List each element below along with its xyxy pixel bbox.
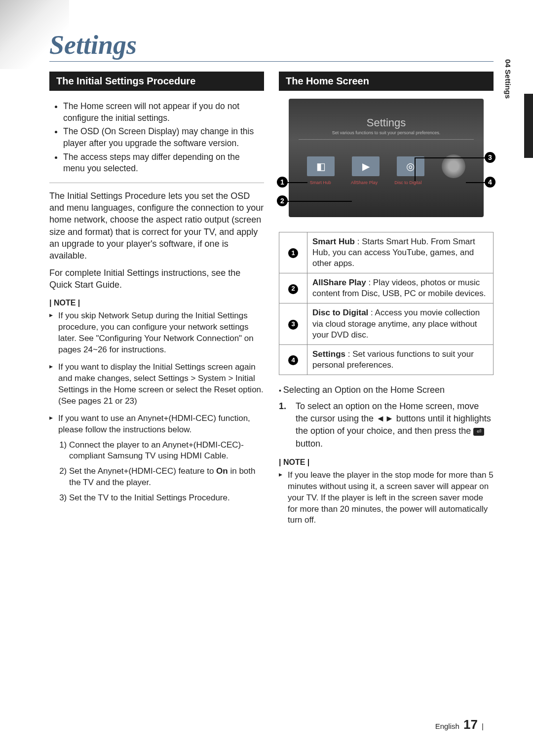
legend-desc: AllShare Play : Play videos, photos or m… xyxy=(307,273,494,303)
screen-divider xyxy=(299,139,474,140)
callout-4: 4 xyxy=(485,177,495,188)
table-row: 4 Settings : Set various functions to su… xyxy=(279,344,494,375)
page-footer: English 17 | xyxy=(435,717,484,732)
heading-home-screen: The Home Screen xyxy=(279,72,494,91)
step-text: To select an option on the Home screen, … xyxy=(296,400,494,450)
legend-num: 4 xyxy=(288,355,298,365)
legend-num: 3 xyxy=(288,320,298,330)
legend-desc: Settings : Set various functions to suit… xyxy=(307,344,494,375)
anynet-step: Set the Anynet+(HDMI-CEC) feature to On … xyxy=(69,466,264,489)
footer-bar: | xyxy=(482,722,484,730)
note-item: If you want to display the Initial Setti… xyxy=(49,362,264,407)
note-item: If you leave the player in the stop mode… xyxy=(279,470,494,527)
home-screen-preview-wrap: Settings Set various functions to suit y… xyxy=(279,99,494,217)
step-number: 1. xyxy=(279,400,289,450)
note-label: | NOTE | xyxy=(279,458,494,467)
table-row: 3 Disc to Digital : Access you movie col… xyxy=(279,303,494,344)
info-box: The Home screen will not appear if you d… xyxy=(49,99,264,183)
table-row: 2 AllShare Play : Play videos, photos or… xyxy=(279,273,494,303)
icon-label: Disc to Digital xyxy=(394,180,422,185)
anynet-step: Connect the player to an Anynet+(HDMI-CE… xyxy=(69,440,264,462)
enter-button-icon: ⏎ xyxy=(473,428,484,436)
footer-page-number: 17 xyxy=(463,717,478,732)
callout-line xyxy=(466,182,485,183)
smart-hub-icon: ◧ xyxy=(307,156,335,176)
icon-label: AllShare Play xyxy=(350,180,378,185)
legend-num: 2 xyxy=(288,284,298,294)
callout-line xyxy=(288,201,352,202)
heading-initial-settings: The Initial Settings Procedure xyxy=(49,72,264,91)
icon-label xyxy=(438,180,466,185)
body-paragraph: For complete Initial Settings instructio… xyxy=(49,267,264,291)
table-row: 1 Smart Hub : Starts Smart Hub. From Sma… xyxy=(279,232,494,273)
info-bullet: The access steps may differ depending on… xyxy=(63,151,260,175)
allshare-play-icon: ▶ xyxy=(352,156,380,176)
side-edge-tab xyxy=(524,94,533,158)
note-item: If you skip Network Setup during the Ini… xyxy=(49,310,264,356)
legend-desc: Smart Hub : Starts Smart Hub. From Smart… xyxy=(307,232,494,273)
legend-table: 1 Smart Hub : Starts Smart Hub. From Sma… xyxy=(279,232,494,375)
left-column: The Initial Settings Procedure The Home … xyxy=(49,72,264,532)
callout-line xyxy=(415,157,416,181)
footer-lang: English xyxy=(435,722,459,730)
note-label: | NOTE | xyxy=(49,299,264,307)
screen-title: Settings xyxy=(289,116,484,129)
note-item-text: If you want to use an Anynet+(HDMI-CEC) … xyxy=(58,414,250,434)
note-item: If you want to use an Anynet+(HDMI-CEC) … xyxy=(49,413,264,504)
legend-num: 1 xyxy=(288,248,298,258)
disc-to-digital-icon: ◎ xyxy=(397,156,424,176)
info-bullet: The OSD (On Screen Display) may change i… xyxy=(63,126,260,149)
icon-label: Smart Hub xyxy=(306,180,334,185)
callout-line xyxy=(288,182,307,183)
page-title: Settings xyxy=(49,30,494,62)
section-tab-label: 04 Settings xyxy=(504,59,512,99)
step-item: 1. To select an option on the Home scree… xyxy=(279,400,494,450)
anynet-step: Set the TV to the Initial Settings Proce… xyxy=(69,492,264,504)
legend-desc: Disc to Digital : Access you movie colle… xyxy=(307,303,494,344)
callout-2: 2 xyxy=(277,195,288,206)
screen-subtitle: Set various functions to suit your perso… xyxy=(289,130,484,135)
body-paragraph: The Initial Settings Procedure lets you … xyxy=(49,190,264,262)
callout-1: 1 xyxy=(277,177,288,188)
callout-3: 3 xyxy=(485,152,495,163)
info-bullet: The Home screen will not appear if you d… xyxy=(63,101,260,124)
sub-heading: Selecting an Option on the Home Screen xyxy=(279,385,494,395)
right-column: The Home Screen Settings Set various fun… xyxy=(279,72,494,532)
callout-line xyxy=(416,157,485,158)
